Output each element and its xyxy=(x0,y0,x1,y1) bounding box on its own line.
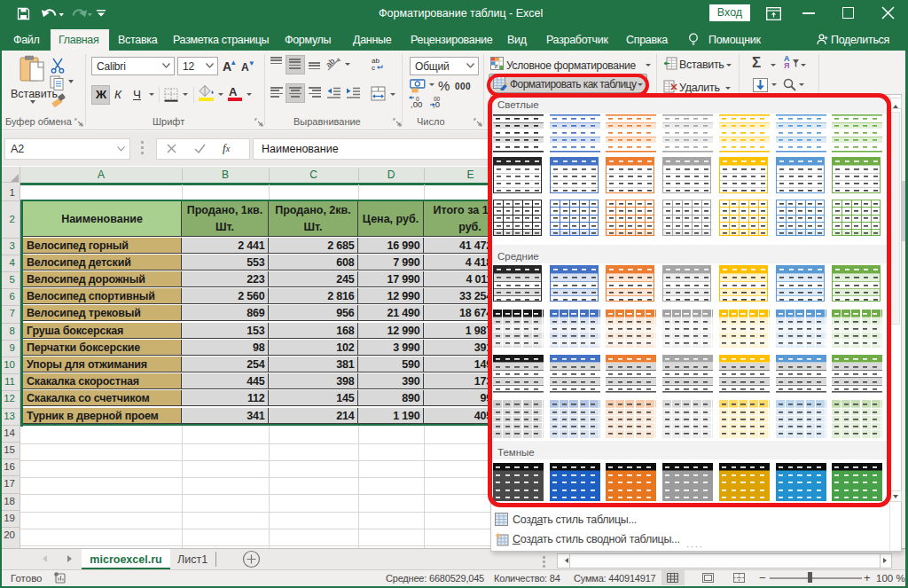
svg-text:00: 00 xyxy=(434,96,441,102)
svg-text:ab: ab xyxy=(326,57,336,69)
svg-text:0: 0 xyxy=(416,96,419,102)
svg-text:≠: ≠ xyxy=(495,63,498,69)
svg-text:c: c xyxy=(372,64,375,71)
